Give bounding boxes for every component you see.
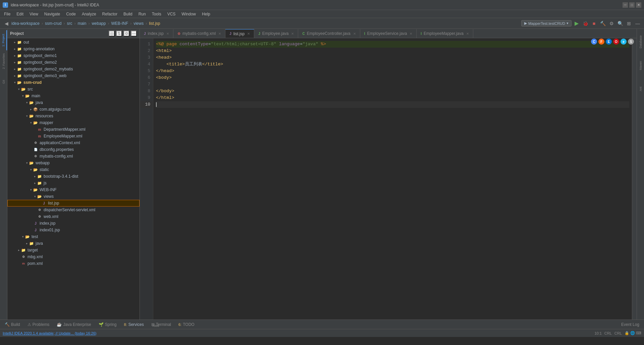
tree-item-springboot-demo3-web[interactable]: 📁 springboot_demo3_web (7, 72, 140, 79)
close-button[interactable]: ✕ (636, 2, 641, 8)
tab-close-employee-java[interactable]: ✕ (291, 32, 294, 36)
tree-item-webinf[interactable]: 📂 WEB-INF (7, 186, 140, 193)
tree-item-ssm-crud[interactable]: 📂 ssm-crud (7, 79, 140, 86)
search-everywhere-button[interactable]: 🔍 (616, 20, 624, 27)
menu-code[interactable]: Code (63, 11, 78, 17)
maximize-button[interactable]: □ (629, 2, 635, 8)
collapse-button[interactable]: — (634, 20, 641, 27)
stop-button[interactable]: ■ (590, 20, 598, 27)
tab-close-mybatis-config[interactable]: ✕ (218, 32, 221, 36)
right-tab-maven[interactable]: Maven (637, 54, 644, 77)
tree-item-static[interactable]: 📂 static (7, 166, 140, 173)
tree-item-dispatcher-servlet[interactable]: ⚙ dispatcherServlet-servlet.xml (7, 207, 140, 213)
tab-mybatis-config[interactable]: ⚙ mybatis-config.xml ✕ (173, 29, 225, 38)
tree-item-mybatis-config[interactable]: ⚙ mybatis-config.xml (7, 153, 140, 160)
bottom-tab-event-log[interactable]: Event Log (618, 321, 643, 328)
tree-item-springboot-demo2[interactable]: 📁 springboot_demo2 (7, 59, 140, 66)
menu-view[interactable]: View (27, 11, 41, 17)
bottom-tab-build[interactable]: 🔨 Build (1, 321, 23, 328)
tab-employee-mapper[interactable]: I EmployeeMapper.java ✕ (417, 29, 473, 38)
right-tab-ant[interactable]: Ant (637, 77, 644, 101)
menu-navigate[interactable]: Navigate (42, 11, 63, 17)
sidebar-tab-git[interactable]: Git (0, 72, 7, 92)
tree-item-test[interactable]: 📂 test (7, 233, 140, 240)
tree-item-out[interactable]: 📁 out (7, 39, 140, 46)
tree-item-list-jsp[interactable]: J list.jsp (7, 200, 140, 207)
tree-item-mapper[interactable]: 📂 mapper (7, 119, 140, 126)
bottom-tab-services[interactable]: 8: Services (120, 321, 147, 328)
bottom-tab-java-enterprise[interactable]: ☕ Java Enterprise (53, 321, 94, 328)
bottom-tab-problems[interactable]: ⚠ Problems (24, 321, 53, 328)
bottom-tab-todo[interactable]: 6: TODO (175, 321, 198, 328)
settings-button[interactable]: ⚙ (608, 20, 615, 27)
tab-close-employee-controller[interactable]: ✕ (353, 32, 356, 36)
panel-settings-button[interactable]: ⚙ (123, 31, 129, 37)
menu-help[interactable]: Help (199, 11, 213, 17)
tree-item-springboot-demo2-mybatis[interactable]: 📁 springboot_demo2_mybatis (7, 66, 140, 72)
menu-tools[interactable]: Tools (149, 11, 164, 17)
tree-item-test-java[interactable]: 📁 java (7, 240, 140, 247)
tree-item-dbconfig[interactable]: 📄 dbconfig.properties (7, 146, 140, 153)
info-text[interactable]: IntelliJ IDEA 2020.1.4 available; // Upd… (3, 331, 96, 335)
code-editor[interactable]: 1 2 3 4 5 6 7 8 9 10 <%@ page contentTyp… (140, 38, 637, 320)
firefox-icon[interactable]: F (598, 39, 604, 45)
bottom-tab-spring[interactable]: 🌱 Spring (95, 321, 120, 328)
tree-item-main[interactable]: 📂 main (7, 93, 140, 99)
tree-item-springboot-demo1[interactable]: 📁 springboot_demo1 (7, 52, 140, 59)
breadcrumb-idea-workspace[interactable]: idea-workspace (11, 21, 40, 26)
code-content[interactable]: <%@ page contentType="text/html;charset=… (153, 38, 632, 320)
panel-expand-button[interactable]: ⇅ (116, 31, 122, 37)
menu-window[interactable]: Window (179, 11, 199, 17)
tree-item-src[interactable]: 📂 src (7, 86, 140, 93)
chrome-icon[interactable]: C (591, 39, 597, 45)
breadcrumb-ssm-crud[interactable]: ssm-crud (45, 21, 61, 26)
tab-list-jsp[interactable]: J list.jsp ✕ (225, 29, 254, 38)
breadcrumb-src[interactable]: src (67, 21, 72, 26)
tree-item-web-xml[interactable]: ⚙ web.xml (7, 213, 140, 220)
tree-item-bootstrap[interactable]: 📁 bootstrap-3.4.1-dist (7, 173, 140, 180)
right-scroll-bar[interactable] (632, 38, 637, 320)
breadcrumb-views[interactable]: views (133, 21, 144, 26)
tree-item-java[interactable]: 📂 java (7, 99, 140, 106)
menu-file[interactable]: File (1, 11, 13, 17)
ie-icon[interactable]: e (621, 39, 627, 45)
edge-icon[interactable]: E (606, 39, 612, 45)
panel-minimize-button[interactable]: — (131, 31, 137, 37)
tree-item-employee-mapper-xml[interactable]: m EmployeeMapper.xml (7, 133, 140, 139)
breadcrumb-webinf[interactable]: WEB-INF (111, 21, 128, 26)
run-config-box[interactable]: ▶ MapperTest.testCRUD ▾ (521, 20, 572, 26)
sidebar-tab-favorites[interactable]: 2: Favorites (0, 51, 7, 71)
run-button[interactable]: ▶ (573, 20, 580, 27)
tree-item-spring-annotation[interactable]: 📁 spring-annotation (7, 46, 140, 52)
tab-close-index-jsp[interactable]: ✕ (166, 32, 169, 36)
tab-employee-controller[interactable]: C EmployeeController.java ✕ (298, 29, 360, 38)
right-tab-database[interactable]: Database (637, 30, 644, 54)
tree-item-department-mapper[interactable]: m DepartmentMapper.xml (7, 126, 140, 133)
safari-icon[interactable]: S (628, 39, 634, 45)
menu-vcs[interactable]: VCS (165, 11, 178, 17)
tree-item-resources[interactable]: 📂 resources (7, 113, 140, 119)
tab-close-employee-mapper[interactable]: ✕ (466, 32, 469, 36)
tree-item-pom-xml[interactable]: m pom.xml (7, 260, 140, 267)
menu-run[interactable]: Run (136, 11, 149, 17)
menu-analyze[interactable]: Analyze (79, 11, 99, 17)
minimize-button[interactable]: ─ (623, 2, 628, 8)
tab-close-list-jsp[interactable]: ✕ (247, 32, 250, 36)
breadcrumb-webapp[interactable]: webapp (92, 21, 106, 26)
tree-item-com-atguigu-crud[interactable]: 📦 com.atguigu.crud (7, 106, 140, 113)
tree-item-application-context[interactable]: ⚙ applicationContext.xml (7, 139, 140, 146)
tree-item-index01-jsp[interactable]: J index01.jsp (7, 227, 140, 233)
tree-item-views[interactable]: 📂 views (7, 193, 140, 200)
layout-button[interactable]: ⊞ (625, 20, 633, 27)
build-project-button[interactable]: 🔨 (599, 20, 606, 27)
tree-item-mbg-xml[interactable]: ⚙ mbg.xml (7, 253, 140, 260)
tree-item-js[interactable]: 📁 js (7, 180, 140, 186)
tab-close-employee-service[interactable]: ✕ (410, 32, 412, 36)
back-button[interactable]: ◀ (3, 20, 10, 27)
menu-edit[interactable]: Edit (14, 11, 26, 17)
bottom-tab-terminal[interactable]: ⊞ Terminal (148, 321, 174, 328)
menu-refactor[interactable]: Refactor (100, 11, 120, 17)
panel-locate-button[interactable]: ◎ (109, 31, 115, 37)
tree-item-target[interactable]: 📁 target (7, 247, 140, 253)
sidebar-tab-project[interactable]: 1: Project (0, 30, 7, 50)
